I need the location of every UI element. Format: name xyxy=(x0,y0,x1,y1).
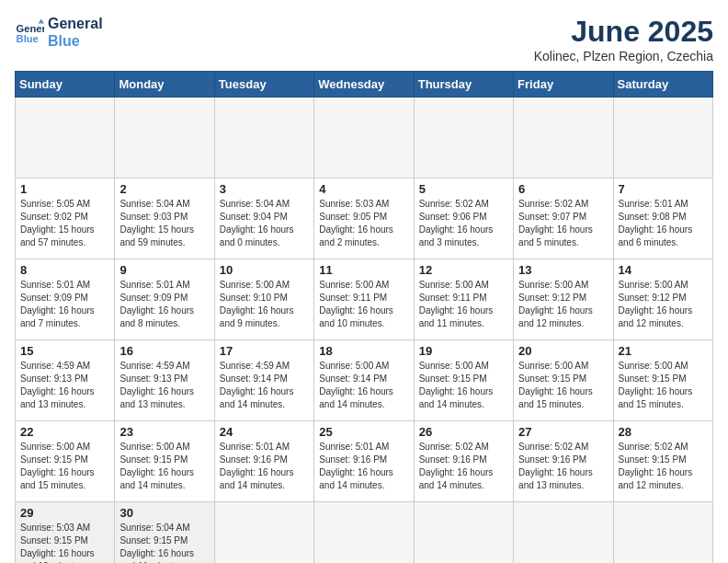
day-number: 30 xyxy=(119,506,209,520)
calendar-week-row: 8Sunrise: 5:01 AMSunset: 9:09 PMDaylight… xyxy=(16,259,713,340)
calendar-table: Sunday Monday Tuesday Wednesday Thursday… xyxy=(15,71,713,563)
day-number: 3 xyxy=(220,182,309,196)
day-info: Sunrise: 4:59 AMSunset: 9:13 PMDaylight:… xyxy=(119,360,209,411)
table-row: 1Sunrise: 5:05 AMSunset: 9:02 PMDaylight… xyxy=(16,178,115,259)
table-row: 17Sunrise: 4:59 AMSunset: 9:14 PMDayligh… xyxy=(214,340,313,421)
day-number: 20 xyxy=(518,344,608,358)
day-number: 17 xyxy=(220,344,309,358)
table-row: 27Sunrise: 5:02 AMSunset: 9:16 PMDayligh… xyxy=(514,421,613,502)
table-row: 6Sunrise: 5:02 AMSunset: 9:07 PMDaylight… xyxy=(514,178,613,259)
logo: General Blue General Blue xyxy=(15,15,103,50)
header-sunday: Sunday xyxy=(16,72,115,98)
table-row xyxy=(314,502,414,564)
svg-text:Blue: Blue xyxy=(17,33,39,44)
calendar-week-row xyxy=(16,98,713,178)
day-number: 14 xyxy=(619,263,708,277)
day-info: Sunrise: 5:02 AMSunset: 9:15 PMDaylight:… xyxy=(619,441,708,492)
table-row: 29Sunrise: 5:03 AMSunset: 9:15 PMDayligh… xyxy=(16,502,115,564)
day-number: 1 xyxy=(20,182,109,196)
day-info: Sunrise: 5:02 AMSunset: 9:07 PMDaylight:… xyxy=(518,198,608,249)
calendar-week-row: 22Sunrise: 5:00 AMSunset: 9:15 PMDayligh… xyxy=(16,421,713,502)
table-row: 13Sunrise: 5:00 AMSunset: 9:12 PMDayligh… xyxy=(514,259,613,340)
table-row: 2Sunrise: 5:04 AMSunset: 9:03 PMDaylight… xyxy=(115,178,214,259)
table-row: 26Sunrise: 5:02 AMSunset: 9:16 PMDayligh… xyxy=(414,421,513,502)
table-row: 20Sunrise: 5:00 AMSunset: 9:15 PMDayligh… xyxy=(514,340,613,421)
day-number: 15 xyxy=(20,344,109,358)
header-thursday: Thursday xyxy=(414,72,513,98)
day-number: 6 xyxy=(518,182,608,196)
table-row: 28Sunrise: 5:02 AMSunset: 9:15 PMDayligh… xyxy=(613,421,712,502)
day-info: Sunrise: 5:00 AMSunset: 9:11 PMDaylight:… xyxy=(319,279,408,330)
day-number: 18 xyxy=(319,344,408,358)
table-row: 23Sunrise: 5:00 AMSunset: 9:15 PMDayligh… xyxy=(115,421,214,502)
table-row: 12Sunrise: 5:00 AMSunset: 9:11 PMDayligh… xyxy=(414,259,513,340)
day-info: Sunrise: 5:02 AMSunset: 9:06 PMDaylight:… xyxy=(419,198,508,249)
day-number: 25 xyxy=(319,425,408,439)
logo-icon: General Blue xyxy=(15,17,44,47)
day-info: Sunrise: 5:01 AMSunset: 9:09 PMDaylight:… xyxy=(20,279,109,330)
table-row xyxy=(314,98,414,178)
table-row xyxy=(115,98,214,178)
table-row: 5Sunrise: 5:02 AMSunset: 9:06 PMDaylight… xyxy=(414,178,513,259)
table-row: 30Sunrise: 5:04 AMSunset: 9:15 PMDayligh… xyxy=(115,502,214,564)
day-info: Sunrise: 5:00 AMSunset: 9:12 PMDaylight:… xyxy=(518,279,608,330)
day-number: 2 xyxy=(119,182,209,196)
day-info: Sunrise: 5:04 AMSunset: 9:04 PMDaylight:… xyxy=(220,198,309,249)
day-number: 9 xyxy=(119,263,209,277)
day-info: Sunrise: 5:00 AMSunset: 9:15 PMDaylight:… xyxy=(619,360,708,411)
day-info: Sunrise: 5:00 AMSunset: 9:12 PMDaylight:… xyxy=(619,279,708,330)
table-row: 4Sunrise: 5:03 AMSunset: 9:05 PMDaylight… xyxy=(314,178,414,259)
table-row: 14Sunrise: 5:00 AMSunset: 9:12 PMDayligh… xyxy=(613,259,712,340)
day-number: 8 xyxy=(20,263,109,277)
day-info: Sunrise: 5:02 AMSunset: 9:16 PMDaylight:… xyxy=(419,441,508,492)
calendar-header-row: Sunday Monday Tuesday Wednesday Thursday… xyxy=(16,72,713,98)
day-number: 7 xyxy=(619,182,708,196)
day-info: Sunrise: 5:00 AMSunset: 9:11 PMDaylight:… xyxy=(419,279,508,330)
header-tuesday: Tuesday xyxy=(214,72,313,98)
table-row xyxy=(613,98,712,178)
day-number: 27 xyxy=(518,425,608,439)
day-number: 13 xyxy=(518,263,608,277)
month-title: June 2025 xyxy=(534,15,713,49)
table-row xyxy=(214,98,313,178)
day-number: 19 xyxy=(419,344,508,358)
day-info: Sunrise: 5:00 AMSunset: 9:15 PMDaylight:… xyxy=(20,441,109,492)
day-info: Sunrise: 5:02 AMSunset: 9:16 PMDaylight:… xyxy=(518,441,608,492)
page-header: General Blue General Blue June 2025 Koli… xyxy=(15,15,713,63)
day-info: Sunrise: 5:03 AMSunset: 9:05 PMDaylight:… xyxy=(319,198,408,249)
day-number: 29 xyxy=(20,506,109,520)
table-row xyxy=(214,502,313,564)
table-row: 22Sunrise: 5:00 AMSunset: 9:15 PMDayligh… xyxy=(16,421,115,502)
day-info: Sunrise: 5:00 AMSunset: 9:15 PMDaylight:… xyxy=(419,360,508,411)
calendar-week-row: 15Sunrise: 4:59 AMSunset: 9:13 PMDayligh… xyxy=(16,340,713,421)
day-info: Sunrise: 4:59 AMSunset: 9:13 PMDaylight:… xyxy=(20,360,109,411)
day-number: 28 xyxy=(619,425,708,439)
table-row xyxy=(613,502,712,564)
location-subtitle: Kolinec, Plzen Region, Czechia xyxy=(534,49,713,63)
day-number: 5 xyxy=(419,182,508,196)
day-info: Sunrise: 4:59 AMSunset: 9:14 PMDaylight:… xyxy=(220,360,309,411)
day-info: Sunrise: 5:05 AMSunset: 9:02 PMDaylight:… xyxy=(20,198,109,249)
day-number: 24 xyxy=(220,425,309,439)
day-info: Sunrise: 5:01 AMSunset: 9:16 PMDaylight:… xyxy=(220,441,309,492)
day-info: Sunrise: 5:01 AMSunset: 9:16 PMDaylight:… xyxy=(319,441,408,492)
calendar-week-row: 29Sunrise: 5:03 AMSunset: 9:15 PMDayligh… xyxy=(16,502,713,564)
table-row: 9Sunrise: 5:01 AMSunset: 9:09 PMDaylight… xyxy=(115,259,214,340)
table-row: 25Sunrise: 5:01 AMSunset: 9:16 PMDayligh… xyxy=(314,421,414,502)
day-number: 10 xyxy=(220,263,309,277)
table-row: 18Sunrise: 5:00 AMSunset: 9:14 PMDayligh… xyxy=(314,340,414,421)
header-saturday: Saturday xyxy=(613,72,712,98)
day-info: Sunrise: 5:00 AMSunset: 9:15 PMDaylight:… xyxy=(518,360,608,411)
table-row xyxy=(16,98,115,178)
day-number: 4 xyxy=(319,182,408,196)
day-info: Sunrise: 5:01 AMSunset: 9:09 PMDaylight:… xyxy=(119,279,209,330)
logo-general: General xyxy=(48,15,103,32)
table-row: 24Sunrise: 5:01 AMSunset: 9:16 PMDayligh… xyxy=(214,421,313,502)
day-info: Sunrise: 5:00 AMSunset: 9:10 PMDaylight:… xyxy=(220,279,309,330)
day-number: 23 xyxy=(119,425,209,439)
table-row: 3Sunrise: 5:04 AMSunset: 9:04 PMDaylight… xyxy=(214,178,313,259)
day-info: Sunrise: 5:00 AMSunset: 9:14 PMDaylight:… xyxy=(319,360,408,411)
title-area: June 2025 Kolinec, Plzen Region, Czechia xyxy=(534,15,713,63)
logo-blue: Blue xyxy=(48,32,103,50)
day-info: Sunrise: 5:03 AMSunset: 9:15 PMDaylight:… xyxy=(20,522,109,563)
